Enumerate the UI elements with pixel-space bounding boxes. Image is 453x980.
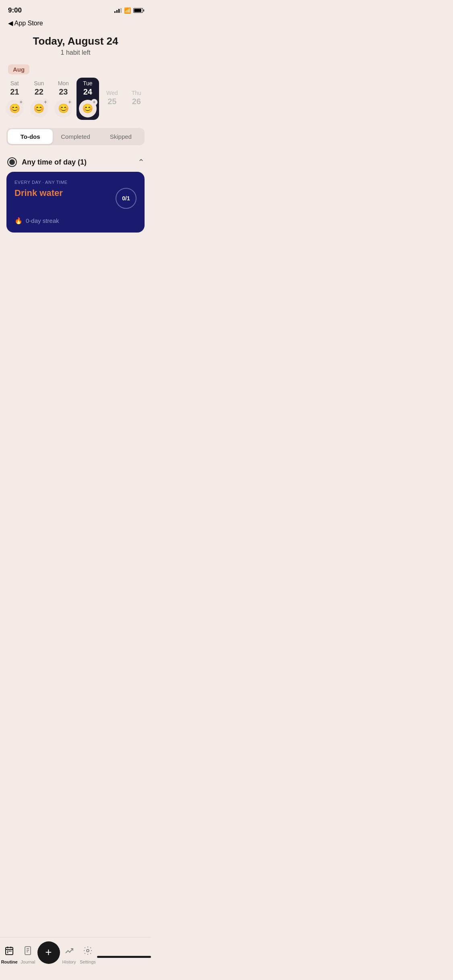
status-icons: 📶 xyxy=(114,7,143,14)
header-date: Today, August 24 xyxy=(8,35,143,47)
day-num: 26 xyxy=(132,97,141,106)
day-name: Sun xyxy=(34,80,44,86)
flame-icon: 🔥 xyxy=(14,217,23,224)
habit-name: Drink water xyxy=(14,188,63,198)
tabs-container: To-dosCompletedSkipped xyxy=(6,128,145,145)
month-label: Aug xyxy=(8,64,143,74)
progress-circle[interactable]: 0/1 xyxy=(116,188,137,209)
habit-streak: 🔥 0-day streak xyxy=(14,217,137,224)
battery-icon xyxy=(133,8,143,13)
sun-icon xyxy=(6,156,18,168)
mood-button-24[interactable]: 😊+ xyxy=(79,100,97,117)
mood-button-21[interactable]: 😊+ xyxy=(6,100,23,117)
day-cell-thu[interactable]: Thu26 xyxy=(125,87,148,110)
status-time: 9:00 xyxy=(8,6,22,14)
habit-meta: EVERY DAY · ANY TIME xyxy=(14,180,137,185)
day-cell-mon[interactable]: Mon23😊+ xyxy=(52,78,75,120)
day-cell-sat[interactable]: Sat21😊+ xyxy=(3,78,26,120)
section-title-row: Any time of day (1) xyxy=(6,156,87,168)
status-bar: 9:00 📶 xyxy=(0,0,151,18)
signal-icon xyxy=(114,8,122,13)
section-header: Any time of day (1) ⌃ xyxy=(0,150,151,172)
header: Today, August 24 1 habit left xyxy=(0,29,151,61)
section-title: Any time of day (1) xyxy=(22,158,87,167)
header-subtitle: 1 habit left xyxy=(8,49,143,56)
day-name: Mon xyxy=(58,80,69,86)
day-name: Wed xyxy=(106,90,118,96)
mood-button-23[interactable]: 😊+ xyxy=(54,100,72,117)
day-name: Tue xyxy=(83,80,93,86)
streak-text: 0-day streak xyxy=(26,217,59,224)
habit-header: Drink water 0/1 xyxy=(14,188,137,209)
day-name: Sat xyxy=(10,80,19,86)
wifi-icon: 📶 xyxy=(124,7,131,14)
progress-text: 0/1 xyxy=(122,195,130,202)
back-button[interactable]: ◀ App Store xyxy=(0,18,151,29)
tab-skipped[interactable]: Skipped xyxy=(98,129,143,144)
day-num: 21 xyxy=(10,87,19,97)
day-cell-tue[interactable]: Tue24😊+ xyxy=(77,78,99,120)
tab-to-dos[interactable]: To-dos xyxy=(8,129,53,144)
day-num: 24 xyxy=(83,87,92,97)
day-name: Thu xyxy=(132,90,141,96)
day-cell-wed[interactable]: Wed25 xyxy=(101,87,124,110)
tab-completed[interactable]: Completed xyxy=(53,129,98,144)
day-cell-sun[interactable]: Sun22😊+ xyxy=(28,78,51,120)
chevron-up-icon[interactable]: ⌃ xyxy=(138,157,145,167)
mood-button-22[interactable]: 😊+ xyxy=(30,100,48,117)
habit-card[interactable]: EVERY DAY · ANY TIME Drink water 0/1 🔥 0… xyxy=(6,172,145,233)
day-num: 22 xyxy=(35,87,43,97)
day-num: 25 xyxy=(108,97,116,106)
month-tag: Aug xyxy=(8,64,29,74)
day-num: 23 xyxy=(59,87,68,97)
calendar-row: Sat21😊+Sun22😊+Mon23😊+Tue24😊+Wed25Thu26 xyxy=(0,76,151,123)
